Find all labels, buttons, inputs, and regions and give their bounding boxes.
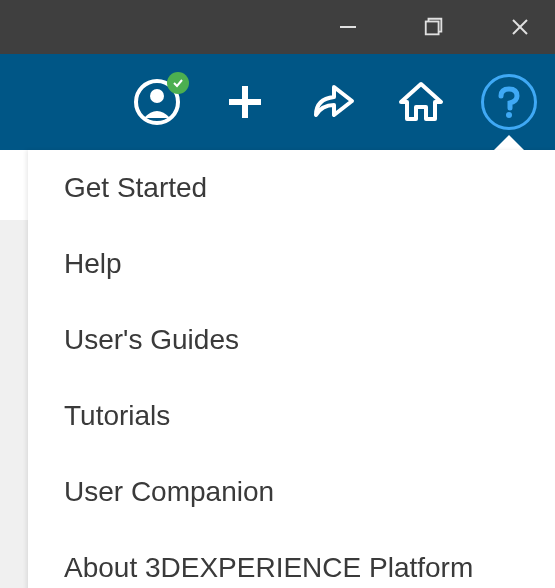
menu-item-about[interactable]: About 3DEXPERIENCE Platform — [28, 530, 555, 588]
add-button[interactable] — [217, 74, 273, 130]
svg-point-5 — [150, 89, 164, 103]
minimize-button[interactable] — [325, 4, 371, 50]
menu-item-help[interactable]: Help — [28, 226, 555, 302]
help-button[interactable] — [481, 74, 537, 130]
share-arrow-icon — [308, 77, 358, 127]
checkmark-icon — [172, 77, 184, 89]
minimize-icon — [336, 15, 360, 39]
dropdown-pointer — [493, 135, 525, 151]
maximize-button[interactable] — [411, 4, 457, 50]
plus-icon — [223, 80, 267, 124]
menu-item-get-started[interactable]: Get Started — [28, 150, 555, 226]
home-button[interactable] — [393, 74, 449, 130]
svg-point-8 — [506, 112, 512, 118]
main-toolbar — [0, 54, 555, 150]
status-online-badge — [167, 72, 189, 94]
close-icon — [508, 15, 532, 39]
menu-item-user-companion[interactable]: User Companion — [28, 454, 555, 530]
close-button[interactable] — [497, 4, 543, 50]
maximize-icon — [423, 16, 445, 38]
profile-button[interactable] — [129, 74, 185, 130]
menu-item-tutorials[interactable]: Tutorials — [28, 378, 555, 454]
svg-rect-1 — [426, 22, 439, 35]
window-titlebar — [0, 0, 555, 54]
background-strip — [0, 150, 28, 220]
help-dropdown-menu: Get Started Help User's Guides Tutorials… — [28, 150, 555, 588]
menu-item-users-guides[interactable]: User's Guides — [28, 302, 555, 378]
home-icon — [396, 77, 446, 127]
question-mark-icon — [491, 84, 527, 120]
share-button[interactable] — [305, 74, 361, 130]
